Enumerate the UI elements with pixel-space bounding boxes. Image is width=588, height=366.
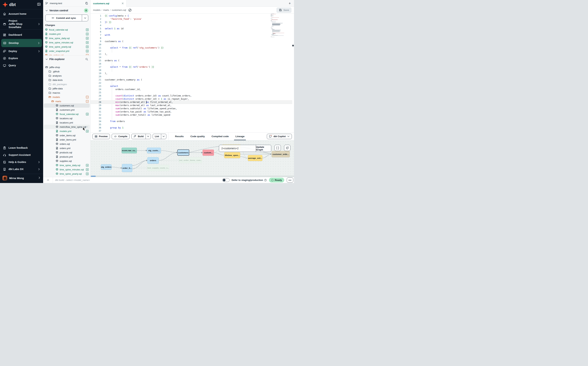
code-line-34[interactable]: 34 from orders xyxy=(90,120,292,123)
code-line-10[interactable]: 10 xyxy=(90,43,292,46)
code-line-13[interactable]: 13), xyxy=(90,53,292,56)
tree-item-time-spine-daily-sql[interactable]: time_spine_daily.sql xyxy=(43,163,90,167)
code-line-25[interactable]: 25 xyxy=(90,91,292,94)
code-line-33[interactable]: 33 xyxy=(90,116,292,120)
sidebar-item-develop[interactable]: Develop xyxy=(1,39,42,47)
breadcrumb-item[interactable]: customers.sql xyxy=(112,9,126,11)
collapse-panel-icon[interactable] xyxy=(37,2,41,7)
tree-item-dbt-packages[interactable]: dbt_packages xyxy=(43,82,90,86)
lineage-node-custom[interactable]: custom... xyxy=(202,150,214,156)
code-line-36[interactable]: 36 group by 1 xyxy=(90,126,292,129)
lineage-node-ecom[interactable]: ecom.raw_cu... xyxy=(122,148,137,153)
change-item[interactable]: models.yml xyxy=(43,32,90,36)
new-tab-button[interactable]: + xyxy=(288,1,292,6)
code-line-14[interactable]: 14 xyxy=(90,56,292,59)
stage-plus-icon[interactable] xyxy=(86,33,89,35)
chevron-up-icon[interactable] xyxy=(43,179,53,181)
modified-dot-icon[interactable] xyxy=(86,100,89,103)
stage-plus-icon[interactable] xyxy=(86,50,89,53)
code-line-19[interactable]: 19), xyxy=(90,72,292,75)
code-line-2[interactable]: 2 'favorite_food': 'pizza' xyxy=(90,17,292,21)
tab-customers-sql[interactable]: customers.sql xyxy=(90,0,127,7)
sidebar-item-account-home[interactable]: Account home xyxy=(0,9,43,18)
tab-compiled-code[interactable]: Compiled code xyxy=(212,132,229,140)
build-options-caret[interactable] xyxy=(146,134,151,139)
code-line-32[interactable]: 32 sum(orders.order_total) as lifetime_s… xyxy=(90,113,292,116)
modified-dot-icon[interactable] xyxy=(86,54,89,55)
commit-and-sync-button[interactable]: Commit and sync xyxy=(45,15,88,21)
code-line-12[interactable]: 12 xyxy=(90,49,292,53)
lineage-node-test_order[interactable]: test_order_items_com... xyxy=(179,157,202,163)
tree-item-locations-sql[interactable]: locations.sql xyxy=(43,116,90,121)
tree-item-jaffle-data[interactable]: jaffle-data xyxy=(43,86,90,91)
change-item[interactable]: stg_orders.sql xyxy=(43,53,90,55)
tree-item-macros[interactable]: macros xyxy=(43,91,90,95)
tree-item-orders-yml[interactable]: orders.yml xyxy=(43,146,90,150)
help-icon[interactable] xyxy=(264,179,267,182)
code-line-22[interactable]: 22 xyxy=(90,81,292,84)
code-line-26[interactable]: 26 count(distinct orders.order_id) as co… xyxy=(90,94,292,97)
tree-item-customers-sql[interactable]: customers.sql xyxy=(44,103,90,108)
code-line-6[interactable]: 6 xyxy=(90,30,292,33)
tree-item-products-yml[interactable]: products.yml xyxy=(43,155,90,159)
code-line-8[interactable]: 8 xyxy=(90,37,292,40)
dbt-copilot-button[interactable]: dbt Copilot xyxy=(267,134,292,139)
lineage-node-lifetime_spen[interactable]: lifetime_spen... xyxy=(224,152,240,158)
user-menu[interactable]: Mirna Wong xyxy=(0,174,43,183)
tab-lineage[interactable]: Lineage xyxy=(235,132,245,140)
tab-code-quality[interactable]: Code quality xyxy=(191,132,205,140)
code-line-15[interactable]: 15orders as ( xyxy=(90,59,292,62)
code-line-30[interactable]: 30 sum(orders.subtotal) as lifetime_spen… xyxy=(90,107,292,110)
build-button[interactable]: Build xyxy=(132,134,146,139)
code-line-27[interactable]: 27 count(distinct orders.order_id) > 1 a… xyxy=(90,97,292,100)
fullscreen-button[interactable] xyxy=(275,145,281,151)
stage-plus-icon[interactable] xyxy=(86,41,89,44)
stage-plus-icon[interactable] xyxy=(86,164,89,167)
lint-button[interactable]: Lint xyxy=(153,134,161,139)
code-line-17[interactable]: 17 select * from {{ ref('orders') }} xyxy=(90,65,292,69)
tree-item-jaffle-shop[interactable]: jaffle-shop xyxy=(43,65,90,69)
lineage-node-customers[interactable]: customers xyxy=(177,149,189,156)
tree-item-time-spine-yearly-sql[interactable]: time_spine_yearly.sql xyxy=(43,172,90,176)
sidebar-item-explore[interactable]: Explore xyxy=(0,55,43,62)
change-item[interactable]: time_spine_yearly.sql xyxy=(43,45,90,49)
change-item[interactable]: order_snapshot.yml xyxy=(43,49,90,53)
dbt-command-input[interactable] xyxy=(53,179,222,181)
code-line-21[interactable]: 21customer_orders_summary as ( xyxy=(90,78,292,81)
sidebar-item-project[interactable]: ProjectJaffle Shop Snowflake xyxy=(0,18,43,30)
tree-item-products-sql[interactable]: products.sql xyxy=(43,150,90,155)
change-item[interactable]: fiscal_calendar.sql xyxy=(43,28,90,32)
sidebar-item-deploy[interactable]: Deploy xyxy=(0,48,43,55)
tree-item-orders-sql[interactable]: orders.sql xyxy=(43,142,90,146)
code-line-31[interactable]: 31 sum(orders.tax_paid) as lifetime_tax_… xyxy=(90,110,292,113)
tree-item-order-items-yml[interactable]: order_items.yml xyxy=(43,137,90,142)
tree-item-data-tests[interactable]: data-tests xyxy=(43,78,90,82)
tree-item-marts[interactable]: marts xyxy=(43,99,90,103)
tree-item-order-items-sql[interactable]: order_items.sql xyxy=(43,133,90,137)
stage-plus-icon[interactable] xyxy=(86,168,89,171)
tree-item-models-yml[interactable]: models.yml xyxy=(43,129,90,133)
change-item[interactable]: time_spine_minutes.sql xyxy=(43,40,90,45)
minimap[interactable] xyxy=(271,14,288,37)
lineage-node-test_supply[interactable]: test_supply_costs_s... xyxy=(147,165,169,171)
lineage-selector-input[interactable] xyxy=(219,145,256,152)
stage-plus-icon[interactable] xyxy=(86,46,89,48)
stage-plus-icon[interactable] xyxy=(86,37,89,40)
lineage-node-customer_orde[interactable]: customer_orde... xyxy=(272,151,290,157)
lineage-node-stg_custo[interactable]: stg_custo... xyxy=(147,148,161,153)
editor-scrollbar[interactable] xyxy=(292,45,294,46)
sidebar-item-query[interactable]: Query xyxy=(0,62,43,69)
close-icon[interactable] xyxy=(121,2,124,5)
defer-toggle[interactable] xyxy=(222,178,230,182)
version-control-header[interactable]: Version control 8 xyxy=(43,7,90,14)
code-line-1[interactable]: 1{{ config(meta = { xyxy=(90,14,292,17)
stage-plus-icon[interactable] xyxy=(86,130,89,133)
code-line-29[interactable]: 29 max(orders.ordered_at) as last_ordere… xyxy=(90,104,292,107)
lint-options-caret[interactable] xyxy=(161,134,166,139)
commit-options-caret[interactable] xyxy=(82,15,88,21)
code-line-24[interactable]: 24 orders.customer_id, xyxy=(90,88,292,91)
sidebar-item-leave-feedback[interactable]: Leave feedback xyxy=(0,144,43,151)
tree-item-supplies-sql[interactable]: supplies.sql xyxy=(43,159,90,163)
lineage-node-stg_orders[interactable]: stg_orders xyxy=(101,164,112,170)
code-line-35[interactable]: 35 xyxy=(90,123,292,126)
